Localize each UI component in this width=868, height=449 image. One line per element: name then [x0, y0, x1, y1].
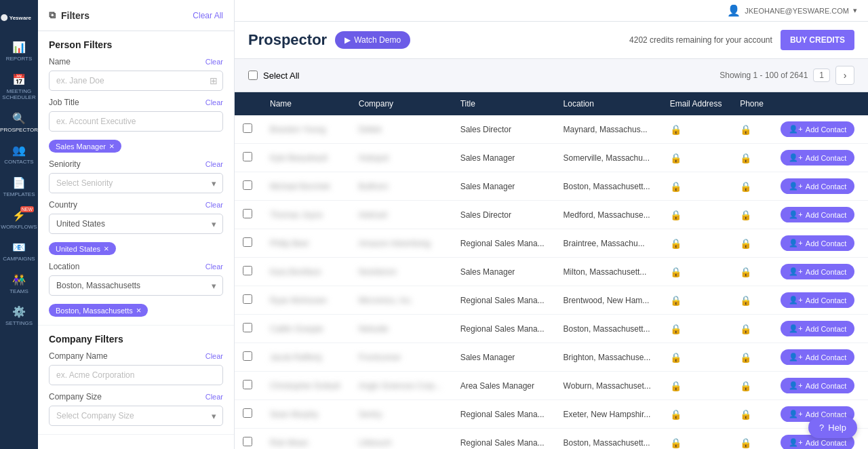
company-name-clear-button[interactable]: Clear	[205, 352, 223, 360]
sidebar-item-campaigns[interactable]: 📧 CAMPAIGNS	[0, 235, 38, 268]
phone-lock-icon: 🔒	[740, 181, 751, 192]
company-size-select[interactable]: Select Company Size	[49, 406, 223, 426]
sidebar-item-meeting-scheduler[interactable]: 📅 MEETINGSCHEDULER	[0, 68, 38, 106]
action-col-header	[772, 92, 868, 115]
boston-tag[interactable]: Boston, Massachusetts ×	[49, 304, 148, 317]
row-checkbox[interactable]	[243, 408, 252, 418]
buy-credits-button[interactable]: BUY CREDITS	[781, 30, 854, 50]
company-size-clear-button[interactable]: Clear	[205, 393, 223, 401]
location-clear-button[interactable]: Clear	[205, 262, 223, 271]
table-row: Ryan McKeown Micromics, Inc. Regional Sa…	[235, 286, 868, 315]
row-location-cell: Exeter, New Hampshir...	[555, 400, 662, 429]
row-name-cell: Brandon Young	[262, 115, 351, 144]
location-col-header: Location	[555, 92, 662, 115]
location-label: Location	[49, 262, 79, 271]
add-contact-button[interactable]: 👤+ Add Contact	[781, 178, 854, 194]
select-all-label: Select All	[263, 71, 299, 81]
add-contact-label: Add Contact	[806, 154, 847, 162]
row-checkbox[interactable]	[243, 266, 252, 275]
row-checkbox[interactable]	[243, 152, 252, 161]
row-checkbox[interactable]	[243, 323, 252, 332]
page-title: Prospector	[248, 31, 327, 49]
email-lock-icon: 🔒	[670, 153, 682, 163]
watch-demo-button[interactable]: ▶ Watch Demo	[335, 31, 410, 49]
email-lock-icon: 🔒	[670, 267, 682, 277]
sidebar-item-contacts[interactable]: 👥 CONTACTS	[0, 138, 38, 171]
name-clear-button[interactable]: Clear	[205, 58, 223, 66]
clear-all-button[interactable]: Clear All	[193, 11, 223, 20]
row-location-cell: Boston, Massachusett...	[555, 315, 662, 343]
add-contact-button[interactable]: 👤+ Add Contact	[781, 207, 854, 222]
location-tags: Boston, Massachusetts ×	[49, 300, 223, 317]
add-contact-button[interactable]: 👤+ Add Contact	[781, 292, 854, 308]
phone-lock-icon: 🔒	[740, 324, 751, 334]
location-select[interactable]: Boston, Massachusetts	[49, 275, 223, 296]
email-col-header: Email Address	[662, 92, 732, 115]
seniority-select[interactable]: Select Seniority	[49, 173, 223, 193]
sidebar-item-settings[interactable]: ⚙️ SETTINGS	[0, 300, 38, 332]
add-contact-button[interactable]: 👤+ Add Contact	[781, 349, 854, 365]
job-title-input[interactable]	[49, 111, 223, 132]
company-name-input[interactable]	[49, 365, 223, 385]
add-contact-button[interactable]: 👤+ Add Contact	[781, 321, 854, 336]
job-title-label-row: Job Title Clear	[49, 98, 223, 107]
add-contact-label: Add Contact	[806, 211, 847, 219]
settings-icon: ⚙️	[12, 305, 26, 318]
add-contact-button[interactable]: 👤+ Add Contact	[781, 264, 854, 279]
row-checkbox[interactable]	[243, 294, 252, 304]
row-checkbox[interactable]	[243, 209, 252, 218]
job-title-clear-button[interactable]: Clear	[205, 98, 223, 106]
row-title-cell: Regional Sales Mana...	[452, 429, 555, 450]
name-input[interactable]	[49, 71, 223, 91]
topbar-chevron[interactable]: ▾	[853, 6, 857, 15]
country-select[interactable]: United States	[49, 214, 223, 234]
company-col-header: Company	[351, 92, 452, 115]
add-contact-button[interactable]: 👤+ Add Contact	[781, 378, 854, 393]
table-row: Philip Beer Amazon Advertising Regional …	[235, 229, 868, 258]
row-company-cell: Hubspot	[351, 144, 452, 172]
sidebar-item-templates[interactable]: 📄 TEMPLATES	[0, 171, 38, 203]
select-all-checkbox[interactable]	[248, 71, 258, 80]
sidebar-item-workflows[interactable]: ⚡ NEW WORKFLOWS	[0, 203, 38, 236]
tag-remove-button[interactable]: ×	[109, 142, 115, 151]
row-checkbox[interactable]	[243, 351, 252, 361]
next-page-button[interactable]: ›	[835, 66, 854, 85]
row-title-cell: Regional Sales Mana...	[452, 286, 555, 315]
add-contact-button[interactable]: 👤+ Add Contact	[781, 121, 854, 137]
row-checkbox[interactable]	[243, 437, 252, 446]
email-lock-icon: 🔒	[670, 437, 682, 448]
row-checkbox[interactable]	[243, 380, 252, 389]
united-states-tag[interactable]: United States ×	[49, 242, 116, 255]
row-name-cell: Christopher Dufault	[262, 372, 351, 400]
row-title-cell: Sales Manager	[452, 172, 555, 201]
filter-icon: ⧉	[49, 9, 56, 21]
row-checkbox[interactable]	[243, 237, 252, 247]
company-section-title: Company Filters	[49, 334, 223, 345]
add-contact-button[interactable]: 👤+ Add Contact	[781, 235, 854, 251]
sidebar-item-reports[interactable]: 📊 REPORTS	[0, 35, 38, 68]
row-location-cell: Boston, Massachusett...	[555, 172, 662, 201]
filters-header-title: ⧉ Filters	[49, 9, 90, 21]
row-action-cell: 👤+ Add Contact	[772, 201, 868, 229]
tag-remove-button[interactable]: ×	[136, 306, 142, 315]
sidebar-item-teams[interactable]: 👫 TEAMS	[0, 268, 38, 300]
row-location-cell: Milton, Massachusett...	[555, 258, 662, 286]
name-filter-label-row: Name Clear	[49, 57, 223, 66]
row-checkbox[interactable]	[243, 180, 252, 190]
seniority-clear-button[interactable]: Clear	[205, 160, 223, 168]
country-clear-button[interactable]: Clear	[205, 201, 223, 209]
logo[interactable]: Yesware	[0, 5, 38, 35]
sales-manager-tag[interactable]: Sales Manager ×	[49, 140, 121, 153]
tag-remove-button[interactable]: ×	[104, 244, 109, 253]
row-checkbox[interactable]	[243, 123, 252, 133]
job-title-label: Job Title	[49, 98, 79, 107]
sidebar-item-prospector[interactable]: 🔍 PROSPECTOR	[0, 106, 38, 139]
add-contact-button[interactable]: 👤+ Add Contact	[781, 150, 854, 165]
help-button[interactable]: ? Help	[808, 417, 857, 438]
email-lock-icon: 🔒	[670, 124, 682, 135]
table-row: Caitlin Graspie Netsuite Regional Sales …	[235, 315, 868, 343]
row-company-cell: Micromics, Inc.	[351, 286, 452, 315]
add-contact-label: Add Contact	[806, 268, 847, 276]
seniority-label-row: Seniority Clear	[49, 159, 223, 169]
table-row: Michael Borchek Bullhorn Sales Manager B…	[235, 172, 868, 201]
